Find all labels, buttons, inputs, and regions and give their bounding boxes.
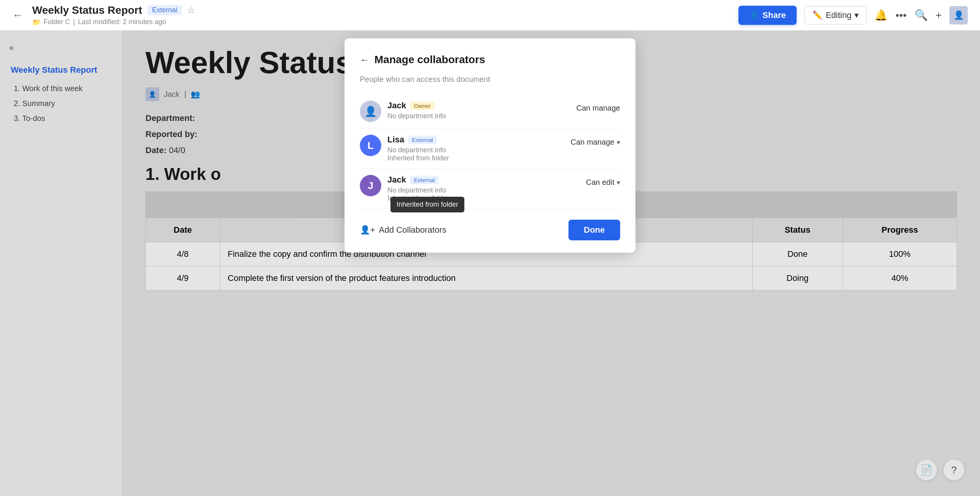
jack-ext-badge: External	[410, 176, 439, 184]
permission-label: Can manage	[576, 104, 620, 113]
owner-badge: Owner	[410, 102, 434, 110]
add-collaborators-button[interactable]: 👤+ Add Collaborators	[360, 225, 446, 235]
chevron-down-icon: ▾	[617, 178, 620, 187]
avatar-icon: 👤	[954, 10, 964, 20]
jack-owner-dept: No department info	[387, 112, 570, 120]
share-label: Share	[763, 10, 786, 20]
more-options-icon[interactable]: •••	[895, 9, 906, 21]
external-badge: External	[147, 5, 182, 15]
lisa-name-row: Lisa External	[387, 135, 564, 145]
lisa-inherited: Inherited from folder	[387, 154, 564, 162]
topbar-left: ← Weekly Status Report External ☆ 📁 Fold…	[12, 4, 738, 26]
collaborator-jack-ext: J Jack External No department info Inher…	[360, 169, 620, 209]
avatar-letter: J	[368, 180, 373, 192]
lisa-dept: No department info	[387, 146, 564, 154]
modal-header: ← Manage collaborators	[360, 54, 620, 66]
topbar: ← Weekly Status Report External ☆ 📁 Fold…	[0, 0, 980, 31]
jack-owner-name: Jack	[387, 101, 406, 111]
jack-owner-name-row: Jack Owner	[387, 101, 570, 111]
modal-overlay[interactable]: ← Manage collaborators People who can ac…	[0, 31, 980, 496]
collaborator-jack-owner: 👤 Jack Owner No department info Can mana…	[360, 95, 620, 129]
back-button[interactable]: ←	[12, 9, 23, 21]
folder-icon: 📁	[32, 18, 41, 26]
jack-ext-avatar: J	[360, 175, 381, 196]
editing-button[interactable]: ✏️ Editing ▾	[804, 6, 867, 24]
doc-meta: 📁 Folder C | Last modified: 2 minutes ag…	[32, 18, 196, 26]
lisa-permission[interactable]: Can manage ▾	[570, 138, 620, 147]
user-avatar[interactable]: 👤	[949, 6, 968, 24]
topbar-right: 👤 Share ✏️ Editing ▾ 🔔 ••• 🔍 + 👤	[738, 6, 968, 25]
permission-label: Can edit	[586, 178, 615, 187]
lisa-ext-badge: External	[408, 136, 437, 144]
done-button[interactable]: Done	[568, 220, 620, 240]
add-collab-label: Add Collaborators	[379, 225, 446, 235]
collaborator-lisa: L Lisa External No department info Inher…	[360, 129, 620, 169]
jack-ext-name-row: Jack External	[387, 175, 580, 185]
modal-title: Manage collaborators	[374, 54, 485, 66]
bell-icon[interactable]: 🔔	[874, 9, 888, 21]
doc-title: Weekly Status Report	[32, 4, 142, 16]
share-button[interactable]: 👤 Share	[738, 6, 797, 25]
last-modified: Last modified: 2 minutes ago	[78, 18, 166, 26]
jack-owner-permission: Can manage	[576, 104, 620, 113]
modal-back-button[interactable]: ←	[360, 54, 370, 66]
permission-label: Can manage	[570, 138, 614, 147]
jack-ext-permission[interactable]: Can edit ▾	[586, 178, 621, 187]
chevron-down-icon: ▾	[854, 10, 859, 20]
separator: |	[73, 18, 75, 26]
add-person-icon: 👤+	[360, 225, 375, 235]
modal-subtitle: People who can access this document	[360, 75, 620, 84]
editing-label: Editing	[826, 10, 851, 20]
star-icon[interactable]: ☆	[187, 5, 196, 16]
inherited-tooltip: Inherited from folder	[390, 197, 464, 212]
lisa-name: Lisa	[387, 135, 404, 145]
jack-owner-avatar: 👤	[360, 101, 381, 122]
pencil-icon: ✏️	[812, 10, 823, 20]
modal-footer: 👤+ Add Collaborators Done	[360, 220, 620, 240]
share-person-icon: 👤	[749, 10, 760, 20]
folder-label: Folder C	[44, 18, 70, 26]
manage-collaborators-modal: ← Manage collaborators People who can ac…	[345, 38, 635, 253]
avatar-icon: 👤	[364, 106, 377, 117]
lisa-info: Lisa External No department info Inherit…	[387, 135, 564, 162]
jack-ext-dept: No department info	[387, 186, 580, 194]
avatar-letter: L	[368, 140, 374, 152]
add-icon[interactable]: +	[936, 9, 942, 21]
search-icon[interactable]: 🔍	[915, 9, 928, 21]
jack-ext-name: Jack	[387, 175, 406, 185]
chevron-down-icon: ▾	[617, 138, 620, 147]
jack-owner-info: Jack Owner No department info	[387, 101, 570, 120]
lisa-avatar: L	[360, 135, 381, 156]
